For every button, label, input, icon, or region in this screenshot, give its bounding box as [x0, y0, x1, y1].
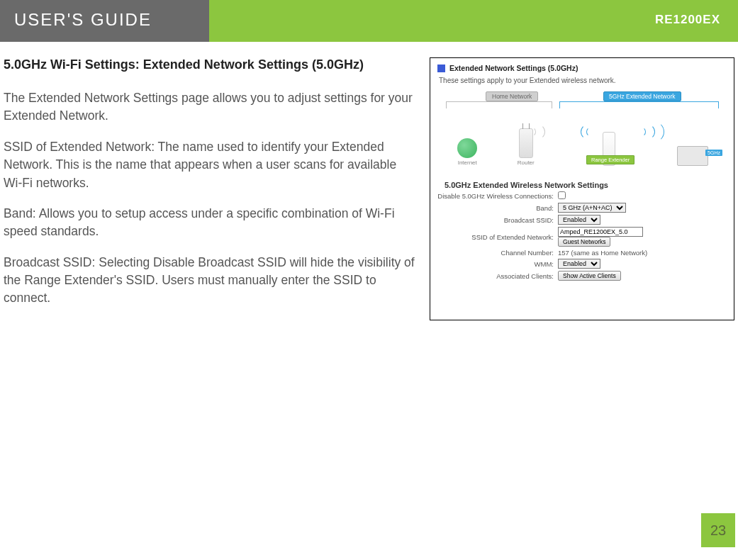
- paragraph-ssid: SSID of Extended Network: The name used …: [4, 138, 417, 192]
- header-title: USER'S GUIDE: [0, 0, 209, 42]
- router-icon: Router: [518, 128, 535, 166]
- text-column: 5.0GHz Wi-Fi Settings: Extended Network …: [4, 57, 417, 320]
- label-ssid: SSID of Extended Network:: [437, 233, 558, 241]
- label-clients: Associated Clients:: [437, 272, 558, 280]
- range-extender-label: Range Extender: [586, 155, 634, 164]
- show-clients-button[interactable]: Show Active Clients: [558, 271, 621, 281]
- screenshot-subtitle: These settings apply to your Extended wi…: [439, 77, 728, 84]
- ext-bracket: [559, 101, 719, 108]
- title-square-icon: [437, 65, 445, 72]
- row-band: Band: 5 GHz (A+N+AC): [437, 203, 728, 213]
- label-disable: Disable 5.0GHz Wireless Connections:: [437, 192, 558, 200]
- home-bracket: [446, 101, 552, 108]
- screenshot-title: Extended Network Settings (5.0GHz): [449, 64, 578, 72]
- broadcast-select[interactable]: Enabled: [558, 215, 600, 225]
- config-screenshot: Extended Network Settings (5.0GHz) These…: [430, 57, 734, 320]
- ssid-input[interactable]: [558, 227, 643, 237]
- internet-label: Internet: [458, 159, 477, 166]
- row-ssid: SSID of Extended Network: Guest Networks: [437, 227, 728, 247]
- laptop-shape-icon: [677, 146, 708, 166]
- page-number: 23: [701, 513, 735, 547]
- globe-icon: [457, 138, 477, 158]
- page-header: USER'S GUIDE RE1200EX: [0, 0, 738, 42]
- row-broadcast: Broadcast SSID: Enabled: [437, 215, 728, 225]
- band-select[interactable]: 5 GHz (A+N+AC): [558, 203, 626, 213]
- paragraph-band: Band: Allows you to setup access under a…: [4, 205, 417, 241]
- wmm-select[interactable]: Enabled: [558, 259, 600, 269]
- paragraph-broadcast: Broadcast SSID: Selecting Disable Broadc…: [4, 254, 417, 308]
- guest-networks-button[interactable]: Guest Networks: [558, 237, 610, 247]
- extended-network-label: 5GHz Extended Network: [603, 91, 681, 101]
- label-wmm: WMM:: [437, 260, 558, 268]
- row-channel: Channel Number: 157 (same as Home Networ…: [437, 249, 728, 257]
- row-clients: Associated Clients: Show Active Clients: [437, 271, 728, 281]
- laptop-icon: [677, 146, 708, 166]
- label-band: Band:: [437, 204, 558, 212]
- channel-value: 157 (same as Home Network): [558, 249, 647, 257]
- band-tag: 5GHz: [705, 150, 722, 156]
- router-shape-icon: [519, 128, 533, 158]
- disable-checkbox[interactable]: [558, 191, 566, 199]
- home-network-label: Home Network: [486, 91, 538, 101]
- label-broadcast: Broadcast SSID:: [437, 216, 558, 224]
- paragraph-intro: The Extended Network Settings page allow…: [4, 89, 417, 125]
- content-area: 5.0GHz Wi-Fi Settings: Extended Network …: [0, 42, 738, 320]
- network-diagram: Home Network 5GHz Extended Network Inter…: [437, 91, 728, 177]
- row-disable: Disable 5.0GHz Wireless Connections:: [437, 191, 728, 201]
- internet-icon: Internet: [457, 138, 477, 166]
- form-section-title: 5.0GHz Extended Wireless Network Setting…: [445, 181, 728, 189]
- screenshot-title-row: Extended Network Settings (5.0GHz): [437, 64, 728, 72]
- row-wmm: WMM: Enabled: [437, 259, 728, 269]
- router-label: Router: [518, 159, 535, 166]
- label-channel: Channel Number:: [437, 249, 558, 257]
- header-model: RE1200EX: [209, 0, 738, 42]
- section-title: 5.0GHz Wi-Fi Settings: Extended Network …: [4, 57, 417, 72]
